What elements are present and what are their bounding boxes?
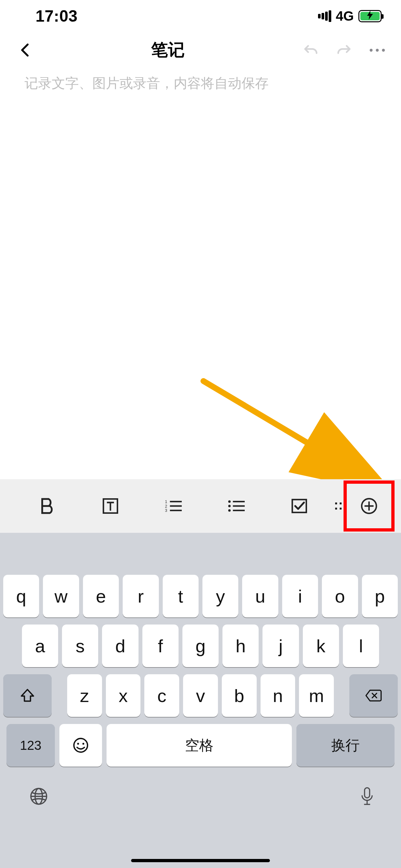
keyboard-row-3: zxcvbnm (3, 674, 398, 717)
status-right: 4G (318, 8, 382, 24)
svg-point-22 (82, 743, 84, 745)
svg-text:2: 2 (165, 504, 167, 508)
keyboard-footer (0, 767, 401, 819)
key-p[interactable]: p (362, 575, 398, 617)
backspace-icon (365, 688, 382, 703)
undo-icon[interactable] (301, 41, 319, 59)
number-mode-key[interactable]: 123 (6, 724, 55, 767)
format-toolbar: 123 (0, 479, 401, 533)
globe-icon[interactable] (29, 786, 49, 806)
key-b[interactable]: b (222, 674, 257, 717)
status-time: 17:03 (35, 7, 78, 26)
key-i[interactable]: i (282, 575, 318, 617)
emoji-icon (72, 737, 89, 754)
svg-point-21 (77, 743, 79, 745)
editor-area[interactable]: 记录文字、图片或录音，内容将自动保存 (0, 68, 401, 92)
key-f[interactable]: f (143, 624, 179, 667)
key-s[interactable]: s (62, 624, 98, 667)
key-y[interactable]: y (203, 575, 238, 617)
status-bar: 17:03 4G (0, 0, 401, 32)
back-icon[interactable] (16, 41, 34, 59)
keyboard-row-2: asdfghjkl (3, 624, 398, 667)
key-g[interactable]: g (182, 624, 219, 667)
textbox-button[interactable] (79, 479, 142, 533)
svg-point-8 (228, 500, 231, 503)
key-j[interactable]: j (263, 624, 299, 667)
return-key[interactable]: 换行 (297, 724, 395, 767)
svg-text:1: 1 (165, 500, 167, 504)
key-x[interactable]: x (106, 674, 141, 717)
bold-button[interactable] (16, 479, 79, 533)
backspace-key[interactable] (349, 674, 398, 717)
checklist-button[interactable] (268, 479, 331, 533)
key-e[interactable]: e (83, 575, 119, 617)
key-z[interactable]: z (67, 674, 102, 717)
page-title: 笔记 (151, 39, 185, 61)
more-icon[interactable] (370, 49, 385, 52)
key-a[interactable]: a (22, 624, 58, 667)
keyboard: qwertyuiop asdfghjkl zxcvbnm 123 空格 换行 (0, 533, 401, 868)
svg-point-20 (74, 739, 88, 752)
key-o[interactable]: o (322, 575, 358, 617)
key-n[interactable]: n (260, 674, 296, 717)
svg-point-9 (228, 505, 231, 507)
signal-icon (318, 10, 331, 22)
space-key[interactable]: 空格 (106, 724, 292, 767)
mic-icon[interactable] (359, 786, 375, 807)
key-c[interactable]: c (144, 674, 179, 717)
key-l[interactable]: l (343, 624, 379, 667)
svg-point-10 (228, 509, 231, 512)
keyboard-row-4: 123 空格 换行 (3, 724, 398, 767)
redo-icon[interactable] (335, 41, 353, 59)
key-k[interactable]: k (303, 624, 339, 667)
key-r[interactable]: r (123, 575, 158, 617)
toolbar-expand-icon[interactable] (331, 502, 343, 509)
home-indicator[interactable] (131, 859, 270, 862)
key-t[interactable]: t (163, 575, 198, 617)
key-h[interactable]: h (222, 624, 258, 667)
add-button[interactable] (343, 480, 395, 531)
keyboard-row-1: qwertyuiop (3, 575, 398, 617)
key-m[interactable]: m (299, 674, 334, 717)
svg-rect-26 (365, 787, 370, 798)
editor-placeholder: 记录文字、图片或录音，内容将自动保存 (25, 74, 382, 92)
shift-icon (19, 687, 35, 704)
key-d[interactable]: d (102, 624, 138, 667)
svg-line-0 (204, 381, 351, 469)
key-u[interactable]: u (242, 575, 278, 617)
bullet-list-button[interactable] (205, 479, 268, 533)
key-w[interactable]: w (43, 575, 79, 617)
network-label: 4G (336, 8, 354, 24)
battery-icon (359, 10, 382, 22)
key-v[interactable]: v (183, 674, 218, 717)
shift-key[interactable] (3, 674, 52, 717)
emoji-key[interactable] (59, 724, 102, 767)
svg-text:3: 3 (165, 508, 167, 513)
plus-circle-icon (360, 497, 378, 515)
key-q[interactable]: q (3, 575, 39, 617)
numbered-list-button[interactable]: 123 (142, 479, 205, 533)
nav-bar: 笔记 (0, 32, 401, 68)
